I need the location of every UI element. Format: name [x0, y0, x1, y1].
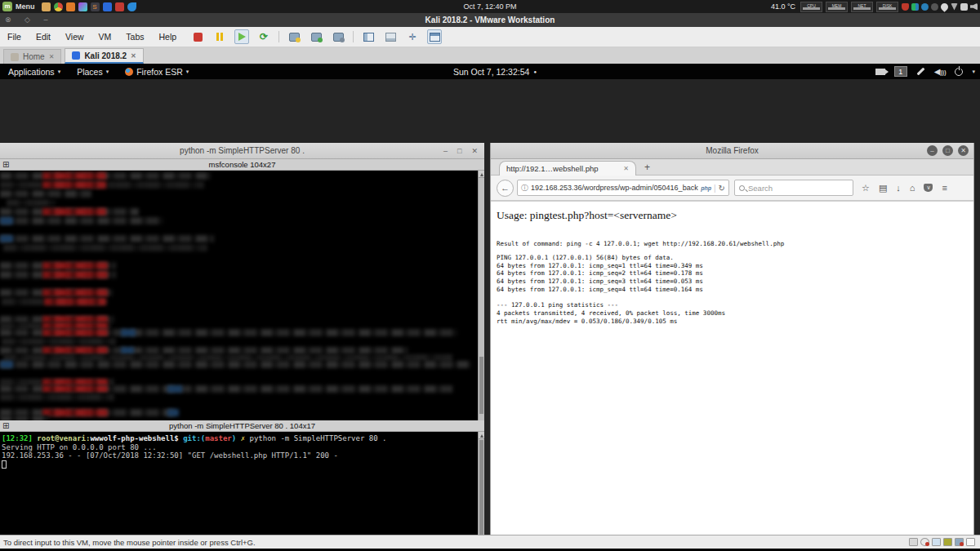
grid-icon: ⊞ — [2, 420, 9, 431]
revert-snapshot-button[interactable] — [309, 29, 323, 44]
wifi-icon[interactable] — [951, 3, 958, 11]
cdrom-device-icon[interactable] — [920, 538, 929, 546]
usb-device-icon[interactable] — [932, 538, 941, 546]
power-off-button[interactable] — [190, 29, 205, 44]
ink-drop-icon[interactable] — [78, 2, 87, 11]
autofit-button[interactable]: ✛ — [405, 29, 420, 44]
fullscreen-grip-icon[interactable] — [966, 538, 975, 546]
terminal-titlebar[interactable]: python -m SimpleHTTPServer 80 . – □ ✕ — [0, 143, 484, 159]
scroll-up-icon[interactable] — [479, 432, 484, 439]
minimize-icon[interactable]: – — [927, 145, 938, 156]
kali-clock[interactable]: Sun Oct 7, 12:32:54 ● — [453, 67, 537, 77]
mint-menu-icon[interactable]: m — [2, 2, 12, 11]
cpu-monitor[interactable]: CPU — [800, 2, 822, 12]
browser-tab[interactable]: http://192.1…webshell.php ✕ — [499, 161, 636, 176]
search-input[interactable]: Search — [734, 180, 853, 196]
reset-button[interactable]: ⟳ — [256, 29, 271, 44]
scroll-up-icon[interactable] — [479, 171, 484, 178]
close-icon[interactable]: ✕ — [49, 53, 55, 60]
mem-monitor[interactable]: MEM — [826, 2, 848, 12]
volume-icon[interactable]: ◀))) — [934, 67, 947, 76]
close-icon[interactable]: ✕ — [471, 143, 478, 159]
harddisk-device-icon[interactable] — [909, 538, 918, 546]
app-icon-plane[interactable] — [127, 2, 136, 11]
menu-file[interactable]: File — [0, 32, 29, 42]
close-icon[interactable]: ✕ — [958, 145, 969, 156]
msf-pane-tab[interactable]: ⊞ msfconsole 104x27 — [0, 159, 484, 171]
terminal-window-buttons: – □ ✕ — [443, 143, 478, 159]
vmware-titlebar[interactable]: ⊗ ◇ – Kali 2018.2 - VMware Workstation — [0, 13, 980, 27]
kali-panel-right: 1 ◀))) ▾ — [875, 66, 975, 77]
tab-home[interactable]: Home ✕ — [3, 49, 61, 64]
screenshot-tool-icon[interactable] — [916, 68, 924, 76]
workspace-indicator[interactable]: 1 — [894, 66, 907, 77]
app-icon-blue[interactable] — [103, 2, 112, 11]
close-icon[interactable]: ✕ — [623, 162, 629, 176]
url-text[interactable]: 192.168.253.36/wordpress/wp-admin/050416… — [531, 184, 698, 192]
app-icon-orange[interactable] — [66, 2, 75, 11]
menu-tabs[interactable]: Tabs — [118, 32, 151, 42]
menu-help[interactable]: Help — [152, 32, 185, 42]
python-scrollbar[interactable] — [478, 432, 484, 551]
minimize-icon[interactable]: – — [443, 143, 448, 159]
maximize-icon[interactable]: □ — [942, 145, 953, 156]
menu-edit[interactable]: Edit — [29, 32, 58, 42]
reload-icon[interactable]: ↻ — [719, 184, 725, 193]
files-icon[interactable] — [42, 2, 51, 11]
python-pane-tab[interactable]: ⊞ python -m SimpleHTTPServer 80 . 104x17 — [0, 420, 484, 432]
firefox-titlebar[interactable]: Mozilla Firefox – □ ✕ — [491, 143, 973, 159]
screen-recorder-icon[interactable] — [875, 69, 885, 75]
ping-line: 64 bytes from 127.0.0.1: icmp_seq=4 ttl=… — [497, 286, 725, 294]
sync-icon[interactable] — [911, 3, 919, 11]
chevron-down-icon[interactable]: ▾ — [972, 69, 975, 75]
places-menu[interactable]: Places ▾ — [69, 67, 117, 77]
new-tab-button[interactable]: + — [644, 162, 650, 173]
disk-monitor[interactable]: DISK — [876, 2, 898, 12]
pocket-icon[interactable]: ∨ — [924, 184, 933, 192]
kali-clock-label: Sun Oct 7, 12:32:54 — [453, 67, 529, 77]
maximize-icon[interactable]: □ — [457, 143, 461, 159]
msfconsole-pane[interactable] — [0, 171, 484, 420]
console-view-button[interactable] — [427, 29, 442, 44]
vmware-window-controls[interactable]: ⊗ ◇ – — [5, 13, 53, 27]
ping-line: 64 bytes from 127.0.0.1: icmp_seq=3 ttl=… — [497, 278, 725, 286]
back-button[interactable]: ← — [497, 180, 514, 197]
downloads-icon[interactable]: ↓ — [896, 183, 901, 193]
hamburger-menu-icon[interactable]: ≡ — [942, 183, 947, 193]
power-on-button[interactable] — [234, 29, 249, 44]
close-icon[interactable]: ✕ — [131, 52, 136, 60]
firefox-esr-menu[interactable]: Firefox ESR ▾ — [117, 67, 197, 77]
python-server-pane[interactable]: [12:32] root@venari:wwwolf-php-webshell$… — [0, 432, 484, 551]
sublime-icon[interactable]: S — [91, 2, 100, 11]
browser-icon[interactable] — [54, 2, 63, 11]
volume-icon[interactable] — [970, 3, 978, 11]
menu-vm[interactable]: VM — [91, 32, 119, 42]
applications-menu[interactable]: Applications ▾ — [0, 67, 69, 77]
fan-icon[interactable] — [931, 3, 938, 11]
home-icon[interactable]: ⌂ — [910, 183, 915, 193]
bookmarks-sidebar-icon[interactable]: ▤ — [879, 183, 887, 193]
network-device-icon[interactable] — [955, 538, 964, 546]
location-icon[interactable] — [939, 2, 950, 12]
app-icon-red[interactable] — [115, 2, 124, 11]
suspend-button[interactable] — [212, 29, 227, 44]
firewall-icon[interactable] — [902, 3, 909, 11]
floppy-device-icon[interactable] — [943, 538, 952, 546]
host-menu-button[interactable]: Menu — [16, 2, 35, 11]
take-snapshot-button[interactable] — [287, 29, 301, 44]
power-menu-icon[interactable] — [955, 68, 963, 76]
bookmark-star-icon[interactable]: ☆ — [862, 183, 870, 193]
tab-kali[interactable]: Kali 2018.2 ✕ — [65, 48, 143, 64]
msf-scrollbar[interactable] — [478, 171, 484, 420]
host-taskbar: m Menu S Oct 7, 12:40 PM 41.0 °C CPU MEM… — [0, 0, 980, 13]
show-thumbnail-bar-button[interactable] — [383, 29, 398, 44]
bluetooth-icon[interactable] — [921, 3, 929, 11]
battery-icon[interactable] — [960, 3, 968, 11]
manage-snapshots-button[interactable] — [331, 29, 345, 44]
menu-view[interactable]: View — [58, 32, 91, 42]
scrollbar-thumb[interactable] — [479, 357, 483, 414]
show-library-button[interactable] — [361, 29, 376, 44]
info-icon[interactable]: ⓘ — [521, 183, 528, 193]
url-bar[interactable]: ⓘ 192.168.253.36/wordpress/wp-admin/0504… — [517, 180, 729, 196]
net-monitor[interactable]: NET — [851, 2, 873, 12]
